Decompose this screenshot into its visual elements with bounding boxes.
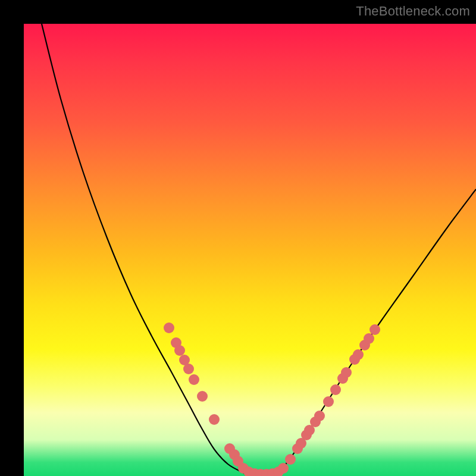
data-point: [341, 367, 352, 378]
chart-container: TheBottleneck.com: [0, 0, 476, 476]
data-point: [330, 384, 341, 395]
data-point: [189, 374, 199, 385]
watermark-label: TheBottleneck.com: [356, 4, 470, 19]
data-point: [164, 322, 174, 333]
bottleneck-curve: [42, 24, 476, 474]
data-point: [285, 454, 296, 465]
data-point: [364, 333, 374, 344]
chart-svg: [24, 24, 476, 476]
data-point: [323, 396, 334, 407]
data-point: [369, 324, 380, 335]
data-point: [209, 414, 220, 425]
data-point: [314, 411, 325, 421]
data-points-group: [164, 322, 380, 476]
data-point: [174, 345, 185, 356]
data-point: [197, 391, 208, 402]
curve-group: [42, 24, 476, 474]
data-point: [278, 463, 289, 474]
data-point: [183, 364, 194, 374]
data-point: [353, 349, 364, 360]
